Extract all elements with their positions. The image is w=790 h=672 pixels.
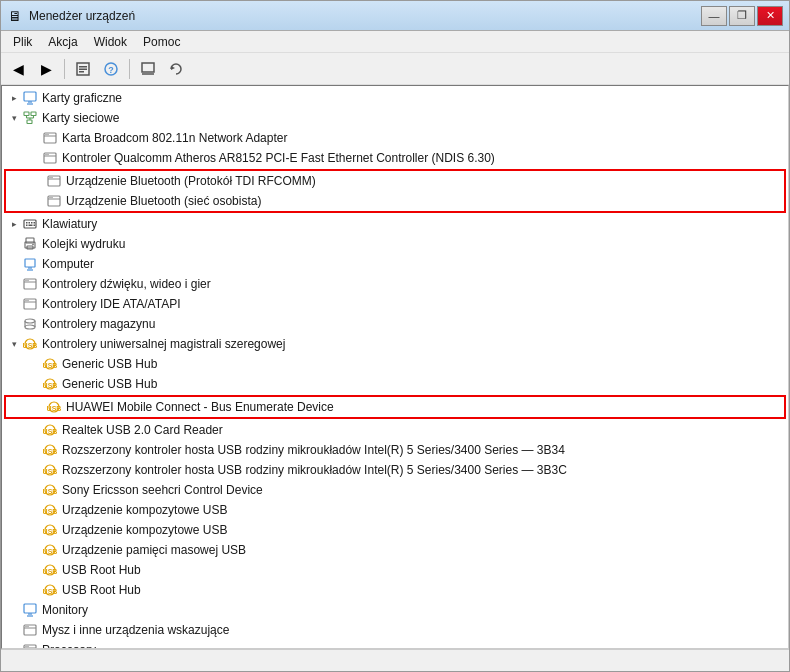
device-icon-bluetooth-tdi <box>46 173 62 189</box>
tree-item-usb-root-1[interactable]: USBUSB Root Hub <box>2 560 788 580</box>
title-bar: 🖥 Menedżer urządzeń — ❐ ✕ <box>1 1 789 31</box>
tree-item-kontrolery-usb[interactable]: ▾USBKontrolery uniwersalnej magistrali s… <box>2 334 788 354</box>
svg-point-58 <box>25 319 35 323</box>
tree-item-karty-sieciowe[interactable]: ▾Karty sieciowe <box>2 108 788 128</box>
svg-text:USB: USB <box>43 508 57 515</box>
expand-icon-rozszerzony-1 <box>26 442 42 458</box>
back-button[interactable]: ◀ <box>5 57 31 81</box>
svg-rect-13 <box>31 112 36 116</box>
device-label-klawiatury: Klawiatury <box>42 217 97 231</box>
svg-point-97 <box>25 646 26 647</box>
expand-icon-urz-pamieci <box>26 542 42 558</box>
device-tree[interactable]: ▸Karty graficzne▾Karty siecioweKarta Bro… <box>1 85 789 649</box>
status-bar <box>1 649 789 671</box>
expand-icon-kontrolery-usb: ▾ <box>6 336 22 352</box>
device-label-bluetooth-siec: Urządzenie Bluetooth (sieć osobista) <box>66 194 261 208</box>
expand-icon-karty-graficzne: ▸ <box>6 90 22 106</box>
tree-item-qualcomm[interactable]: Kontroler Qualcomm Atheros AR8152 PCI-E … <box>2 148 788 168</box>
tree-item-rozszerzony-2[interactable]: USBRozszerzony kontroler hosta USB rodzi… <box>2 460 788 480</box>
device-icon-kontrolery-magazynu <box>22 316 38 332</box>
device-label-broadcom: Karta Broadcom 802.11n Network Adapter <box>62 131 287 145</box>
refresh-button[interactable] <box>163 57 189 81</box>
svg-rect-2 <box>79 68 87 70</box>
svg-point-25 <box>45 154 46 155</box>
help-button[interactable]: ? <box>98 57 124 81</box>
svg-rect-6 <box>142 63 154 72</box>
tree-item-urz-kompozytowe-1[interactable]: USBUrządzenie kompozytowe USB <box>2 500 788 520</box>
device-icon-kontrolery-ide <box>22 296 38 312</box>
tree-item-generic-usb-2[interactable]: USBGeneric USB Hub <box>2 374 788 394</box>
expand-icon-kontrolery-magazynu <box>6 316 22 332</box>
tree-item-rozszerzony-1[interactable]: USBRozszerzony kontroler hosta USB rodzi… <box>2 440 788 460</box>
svg-text:?: ? <box>108 65 114 75</box>
device-label-urz-kompozytowe-2: Urządzenie kompozytowe USB <box>62 523 227 537</box>
tree-item-klawiatury[interactable]: ▸Klawiatury <box>2 214 788 234</box>
svg-rect-3 <box>79 71 84 73</box>
svg-rect-12 <box>24 112 29 116</box>
menu-bar: Plik Akcja Widok Pomoc <box>1 31 789 53</box>
svg-text:USB: USB <box>47 405 61 412</box>
device-label-rozszerzony-1: Rozszerzony kontroler hosta USB rodziny … <box>62 443 565 457</box>
tree-item-bluetooth-siec[interactable]: Urządzenie Bluetooth (sieć osobista) <box>6 191 784 211</box>
expand-icon-komputer <box>6 256 22 272</box>
expand-icon-bluetooth-siec <box>30 193 46 209</box>
device-label-kontrolery-dzwieku: Kontrolery dźwięku, wideo i gier <box>42 277 211 291</box>
tree-item-komputer[interactable]: Komputer <box>2 254 788 274</box>
device-label-kontrolery-magazynu: Kontrolery magazynu <box>42 317 155 331</box>
forward-button[interactable]: ▶ <box>33 57 59 81</box>
tree-item-urz-kompozytowe-2[interactable]: USBUrządzenie kompozytowe USB <box>2 520 788 540</box>
expand-icon-urz-kompozytowe-1 <box>26 502 42 518</box>
menu-widok[interactable]: Widok <box>86 33 135 51</box>
svg-point-29 <box>49 177 50 178</box>
device-label-sony-ericsson: Sony Ericsson seehcri Control Device <box>62 483 263 497</box>
menu-pomoc[interactable]: Pomoc <box>135 33 188 51</box>
device-label-generic-usb-1: Generic USB Hub <box>62 357 157 371</box>
tree-item-urz-pamieci[interactable]: USBUrządzenie pamięci masowej USB <box>2 540 788 560</box>
expand-icon-rozszerzony-2 <box>26 462 42 478</box>
tree-item-karty-graficzne[interactable]: ▸Karty graficzne <box>2 88 788 108</box>
device-label-usb-root-1: USB Root Hub <box>62 563 141 577</box>
tree-item-kontrolery-magazynu[interactable]: Kontrolery magazynu <box>2 314 788 334</box>
tree-item-huawei[interactable]: USBHUAWEI Mobile Connect - Bus Enumerate… <box>6 397 784 417</box>
properties-button[interactable] <box>70 57 96 81</box>
tree-item-sony-ericsson[interactable]: USBSony Ericsson seehcri Control Device <box>2 480 788 500</box>
tree-item-usb-root-2[interactable]: USBUSB Root Hub <box>2 580 788 600</box>
expand-icon-klawiatury: ▸ <box>6 216 22 232</box>
tree-item-kontrolery-ide[interactable]: Kontrolery IDE ATA/ATAPI <box>2 294 788 314</box>
svg-text:USB: USB <box>43 448 57 455</box>
tree-item-mysz[interactable]: Mysz i inne urządzenia wskazujące <box>2 620 788 640</box>
device-icon-generic-usb-1: USB <box>42 356 58 372</box>
device-icon-bluetooth-siec <box>46 193 62 209</box>
menu-akcja[interactable]: Akcja <box>40 33 85 51</box>
svg-text:USB: USB <box>23 342 37 349</box>
expand-icon-karty-sieciowe: ▾ <box>6 110 22 126</box>
tree-item-kontrolery-dzwieku[interactable]: Kontrolery dźwięku, wideo i gier <box>2 274 788 294</box>
svg-point-98 <box>27 646 28 647</box>
device-label-kolejki-wydruku: Kolejki wydruku <box>42 237 125 251</box>
tree-item-monitory[interactable]: Monitory <box>2 600 788 620</box>
device-icon-urz-pamieci: USB <box>42 542 58 558</box>
expand-icon-mysz <box>6 622 22 638</box>
menu-plik[interactable]: Plik <box>5 33 40 51</box>
expand-icon-generic-usb-1 <box>26 356 42 372</box>
minimize-button[interactable]: — <box>701 6 727 26</box>
tree-item-kolejki-wydruku[interactable]: Kolejki wydruku <box>2 234 788 254</box>
svg-point-21 <box>45 134 46 135</box>
tree-item-realtek[interactable]: USBRealtek USB 2.0 Card Reader <box>2 420 788 440</box>
device-label-mysz: Mysz i inne urządzenia wskazujące <box>42 623 229 637</box>
svg-rect-35 <box>24 220 36 228</box>
huawei-group-highlight: USBHUAWEI Mobile Connect - Bus Enumerate… <box>4 395 786 419</box>
tree-item-procesory[interactable]: Procesory <box>2 640 788 649</box>
svg-point-53 <box>27 280 28 281</box>
close-button[interactable]: ✕ <box>757 6 783 26</box>
collapse-button[interactable] <box>135 57 161 81</box>
tree-item-generic-usb-1[interactable]: USBGeneric USB Hub <box>2 354 788 374</box>
content-area: ▸Karty graficzne▾Karty siecioweKarta Bro… <box>1 85 789 649</box>
expand-icon-generic-usb-2 <box>26 376 42 392</box>
device-icon-monitory <box>22 602 38 618</box>
restore-button[interactable]: ❐ <box>729 6 755 26</box>
tree-item-broadcom[interactable]: Karta Broadcom 802.11n Network Adapter <box>2 128 788 148</box>
svg-text:USB: USB <box>43 488 57 495</box>
tree-item-bluetooth-tdi[interactable]: Urządzenie Bluetooth (Protokół TDI RFCOM… <box>6 171 784 191</box>
main-window: 🖥 Menedżer urządzeń — ❐ ✕ Plik Akcja Wid… <box>0 0 790 672</box>
